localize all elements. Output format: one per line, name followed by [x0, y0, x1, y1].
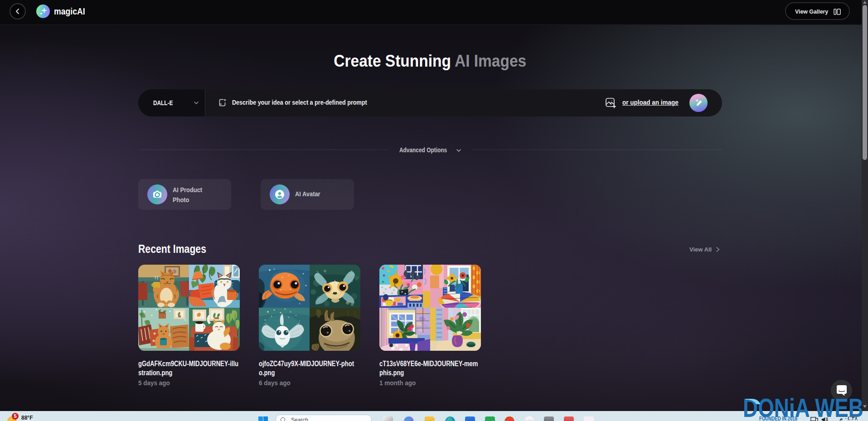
svg-text:FOUNDED IN 2018: FOUNDED IN 2018 — [759, 416, 797, 421]
